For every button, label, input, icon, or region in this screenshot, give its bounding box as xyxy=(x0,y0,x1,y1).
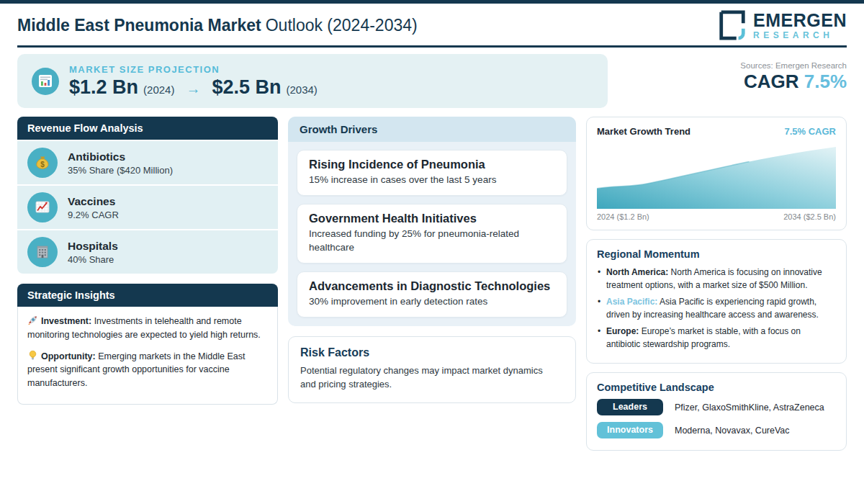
year-2034: (2034) xyxy=(286,84,317,96)
banner-values: $1.2 Bn (2024) → $2.5 Bn (2034) xyxy=(69,76,318,99)
revenue-item-detail: 40% Share xyxy=(68,254,118,265)
logo-name: EMERGEN xyxy=(753,12,847,30)
innovators-row: Innovators Moderna, Novavax, CureVac xyxy=(597,422,836,438)
region-north-america: North America: North America is focusing… xyxy=(597,266,836,292)
cagr-label: CAGR xyxy=(744,71,799,92)
revenue-row-text: Vaccines 9.2% CAGR xyxy=(68,195,119,220)
growth-drivers-cards: Rising Incidence of Pneumonia 15% increa… xyxy=(288,142,576,326)
page-title-market: Middle East Pneumonia Market xyxy=(17,16,261,35)
top-band: MARKET SIZE PROJECTION $1.2 Bn (2024) → … xyxy=(17,54,847,108)
main-grid: Revenue Flow Analysis $ Antibiotics 35% … xyxy=(17,117,847,459)
growth-drivers-panel: Growth Drivers Rising Incidence of Pneum… xyxy=(288,117,576,326)
revenue-flow-header: Revenue Flow Analysis xyxy=(17,117,278,140)
hospital-icon xyxy=(27,237,58,267)
region-asia-pacific: Asia Pacific: Asia Pacific is experienci… xyxy=(597,295,836,321)
money-bag-icon: $ xyxy=(27,148,58,178)
growth-drivers-header: Growth Drivers xyxy=(288,117,576,142)
bar-chart-icon xyxy=(32,68,59,95)
banner-text: MARKET SIZE PROJECTION $1.2 Bn (2024) → … xyxy=(69,64,318,99)
competitive-landscape-title: Competitive Landscape xyxy=(597,382,836,393)
driver-card-government: Government Health Initiatives Increased … xyxy=(297,204,567,264)
risk-factors-card: Risk Factors Potential regulatory change… xyxy=(288,336,576,403)
header-divider xyxy=(17,45,847,48)
revenue-item-detail: 9.2% CAGR xyxy=(68,210,119,220)
page-title: Middle East Pneumonia MarketOutlook (202… xyxy=(17,16,418,35)
chart-end-label: 2034 ($2.5 Bn) xyxy=(783,212,836,221)
revenue-item-detail: 35% Share ($420 Million) xyxy=(68,165,173,176)
chart-cagr-badge: 7.5% CAGR xyxy=(784,126,836,137)
leaders-companies: Pfizer, GlaxoSmithKline, AstraZeneca xyxy=(675,402,824,413)
chart-start-label: 2024 ($1.2 Bn) xyxy=(597,212,649,221)
sources-note: Sources: Emergen Research xyxy=(740,61,847,70)
rocket-icon xyxy=(27,315,38,325)
insight-opportunity: Opportunity: Emerging markets in the Mid… xyxy=(27,350,268,390)
driver-detail: 30% improvement in early detection rates xyxy=(309,295,555,309)
market-growth-trend-card: Market Growth Trend 7.5% CAGR xyxy=(586,117,847,230)
strategic-insights-panel: Strategic Insights Investment: Investmen… xyxy=(17,284,278,405)
logo-text: EMERGEN RESEARCH xyxy=(753,12,847,40)
logo-square-icon xyxy=(717,9,747,42)
region-label: Asia Pacific: xyxy=(606,297,657,307)
driver-detail: Increased funding by 25% for pneumonia-r… xyxy=(309,228,555,255)
market-size-banner: MARKET SIZE PROJECTION $1.2 Bn (2024) → … xyxy=(17,54,608,108)
middle-column: Growth Drivers Rising Incidence of Pneum… xyxy=(288,117,576,403)
competitive-landscape-card: Competitive Landscape Leaders Pfizer, Gl… xyxy=(586,372,847,451)
revenue-flow-panel: Revenue Flow Analysis $ Antibiotics 35% … xyxy=(17,117,278,274)
chart-title: Market Growth Trend xyxy=(597,126,690,137)
revenue-item-name: Vaccines xyxy=(68,195,119,208)
left-column: Revenue Flow Analysis $ Antibiotics 35% … xyxy=(17,117,278,405)
insight-investment: Investment: Investments in telehealth an… xyxy=(27,315,268,342)
page-title-outlook: Outlook (2024-2034) xyxy=(266,16,418,35)
driver-card-incidence: Rising Incidence of Pneumonia 15% increa… xyxy=(297,150,567,196)
driver-title: Advancements in Diagnostic Technologies xyxy=(309,279,555,293)
infographic-page: Middle East Pneumonia MarketOutlook (202… xyxy=(0,0,864,459)
region-europe: Europe: Europe’s market is stable, with … xyxy=(597,325,836,351)
regional-momentum-list: North America: North America is focusing… xyxy=(597,266,836,351)
insight-label: Investment: xyxy=(41,316,91,326)
chart-axis-labels: 2024 ($1.2 Bn) 2034 ($2.5 Bn) xyxy=(597,212,836,221)
line-chart-icon xyxy=(27,192,58,222)
right-column: Market Growth Trend 7.5% CAGR xyxy=(586,117,847,459)
market-size-2034: $2.5 Bn xyxy=(212,76,281,99)
driver-title: Rising Incidence of Pneumonia xyxy=(309,158,555,171)
innovators-badge: Innovators xyxy=(597,422,663,438)
strategic-insights-body: Investment: Investments in telehealth an… xyxy=(17,307,278,405)
revenue-item-name: Hospitals xyxy=(68,240,118,253)
driver-detail: 15% increase in cases over the last 5 ye… xyxy=(309,174,555,187)
innovators-companies: Moderna, Novavax, CureVac xyxy=(675,426,790,436)
logo-subname: RESEARCH xyxy=(753,31,847,40)
emergen-logo: EMERGEN RESEARCH xyxy=(717,9,847,42)
driver-card-diagnostics: Advancements in Diagnostic Technologies … xyxy=(297,271,567,318)
insight-label: Opportunity: xyxy=(41,351,96,361)
banner-label: MARKET SIZE PROJECTION xyxy=(69,64,318,75)
revenue-row-text: Antibiotics 35% Share ($420 Million) xyxy=(68,150,173,176)
cagr-headline: CAGR 7.5% xyxy=(740,71,847,93)
regional-momentum-card: Regional Momentum North America: North A… xyxy=(586,239,847,364)
revenue-row-vaccines: Vaccines 9.2% CAGR xyxy=(17,186,278,229)
risk-factors-title: Risk Factors xyxy=(300,346,564,359)
cagr-value: 7.5% xyxy=(804,71,847,92)
cagr-block: Sources: Emergen Research CAGR 7.5% xyxy=(740,54,847,108)
year-2024: (2024) xyxy=(143,84,174,96)
revenue-row-text: Hospitals 40% Share xyxy=(68,240,118,265)
driver-title: Government Health Initiatives xyxy=(309,212,555,225)
revenue-row-antibiotics: $ Antibiotics 35% Share ($420 Million) xyxy=(17,141,278,184)
region-label: Europe: xyxy=(606,326,639,336)
regional-momentum-title: Regional Momentum xyxy=(597,248,836,260)
risk-factors-text: Potential regulatory changes may impact … xyxy=(300,364,543,392)
lightbulb-icon xyxy=(27,350,38,361)
leaders-row: Leaders Pfizer, GlaxoSmithKline, AstraZe… xyxy=(597,399,836,415)
chart-header: Market Growth Trend 7.5% CAGR xyxy=(597,126,836,137)
revenue-row-hospitals: Hospitals 40% Share xyxy=(17,230,278,274)
svg-text:$: $ xyxy=(40,161,45,168)
strategic-insights-header: Strategic Insights xyxy=(17,284,278,307)
market-size-2024: $1.2 Bn xyxy=(69,76,138,99)
growth-trend-area-chart xyxy=(597,144,836,209)
leaders-badge: Leaders xyxy=(597,399,663,415)
arrow-right-icon: → xyxy=(186,81,200,97)
region-label: North America: xyxy=(606,267,668,277)
header: Middle East Pneumonia MarketOutlook (202… xyxy=(0,4,864,44)
revenue-item-name: Antibiotics xyxy=(68,150,173,163)
